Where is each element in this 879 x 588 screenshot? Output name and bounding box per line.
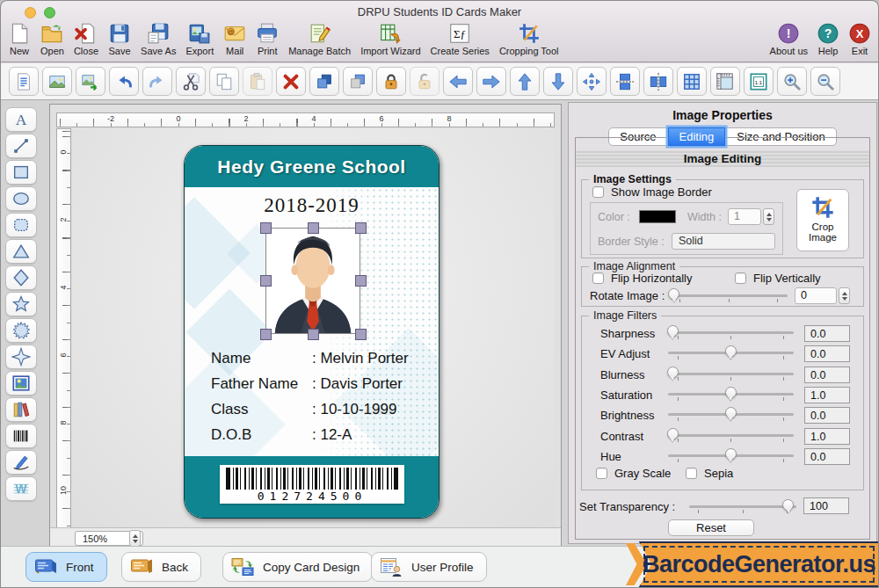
border-width-field[interactable]: 1: [728, 208, 761, 225]
tool-line-button[interactable]: [5, 134, 37, 158]
toolbar-help-button[interactable]: ?Help: [817, 22, 839, 56]
tool-text-button[interactable]: A: [5, 107, 37, 132]
show-image-border-checkbox[interactable]: [592, 186, 604, 198]
id-card-preview[interactable]: Hedy Greene School iStock iStock 2018-20…: [184, 145, 440, 519]
barcode[interactable]: 012724500: [220, 465, 404, 504]
design-canvas[interactable]: -202468 0246810 Hedy Greene School iStoc…: [49, 104, 562, 548]
crop-image-button[interactable]: Crop Image: [796, 189, 849, 251]
copy-button[interactable]: [209, 67, 239, 96]
selection-handle[interactable]: [260, 275, 272, 287]
contrast-slider-thumb[interactable]: [667, 428, 679, 439]
send-to-back-button[interactable]: [343, 67, 373, 96]
toolbar-open-button[interactable]: Open: [40, 22, 64, 56]
move-down-button[interactable]: [543, 67, 573, 96]
move-right-button[interactable]: [476, 67, 506, 96]
actual-size-button[interactable]: 1:1: [744, 67, 774, 96]
toolbar-import-wizard-button[interactable]: Import Wizard: [360, 22, 420, 56]
user-profile-button[interactable]: User Profile: [371, 552, 487, 582]
hue-slider[interactable]: [668, 449, 794, 463]
sharpness-slider-thumb[interactable]: [667, 325, 679, 337]
tool-starburst-button[interactable]: [5, 318, 37, 343]
zoom-stepper[interactable]: [129, 530, 141, 547]
toolbar-print-button[interactable]: Print: [256, 22, 279, 56]
tool-barcode-button[interactable]: [5, 424, 37, 448]
lock-button[interactable]: [376, 67, 406, 96]
toolbar-cropping-tool-button[interactable]: Cropping Tool: [499, 22, 559, 56]
align-vertical-center-button[interactable]: [610, 67, 640, 96]
text-document-button[interactable]: [9, 67, 39, 96]
selection-handle[interactable]: [355, 222, 367, 234]
toolbar-save-button[interactable]: Save: [108, 22, 131, 56]
border-style-dropdown[interactable]: Solid: [672, 233, 775, 250]
selection-handle[interactable]: [308, 222, 319, 234]
rotate-image-slider[interactable]: [670, 289, 788, 303]
unlock-button[interactable]: [410, 67, 440, 96]
center-object-button[interactable]: [577, 67, 607, 96]
saturation-slider[interactable]: [668, 388, 794, 402]
toolbar-manage-batch-button[interactable]: Manage Batch: [288, 22, 351, 56]
export-image-button[interactable]: [76, 67, 105, 96]
selection-handle[interactable]: [260, 222, 272, 234]
reset-button[interactable]: Reset: [668, 519, 754, 536]
flip-horizontally-checkbox[interactable]: [592, 272, 604, 284]
insert-image-button[interactable]: [42, 67, 72, 96]
blurness-slider-thumb[interactable]: [667, 367, 679, 378]
zoom-out-button[interactable]: [810, 67, 840, 96]
saturation-slider-thumb[interactable]: [725, 387, 737, 398]
tool-four-point-star-button[interactable]: [5, 345, 37, 369]
student-photo[interactable]: [265, 228, 360, 334]
gray-scale-checkbox[interactable]: [596, 468, 607, 479]
card-header[interactable]: Hedy Greene School: [185, 146, 439, 187]
card-footer[interactable]: 012724500: [185, 456, 439, 518]
tool-diamond-button[interactable]: [5, 265, 37, 290]
ev-adjust-slider-thumb[interactable]: [725, 345, 737, 357]
toolbar-exit-button[interactable]: XExit: [848, 22, 871, 56]
tool-library-button[interactable]: [5, 397, 37, 422]
tab-editing[interactable]: Editing: [668, 127, 726, 146]
ev-adjust-slider[interactable]: [668, 346, 794, 360]
toolbar-save-as-button[interactable]: Save As: [141, 22, 176, 56]
card-field-row[interactable]: Name: Melvin Porter: [185, 350, 439, 369]
copy-card-design-button[interactable]: Copy Card Design: [222, 552, 373, 582]
sepia-checkbox[interactable]: [686, 468, 697, 479]
brightness-slider[interactable]: [668, 408, 794, 422]
card-year[interactable]: 2018-2019: [185, 194, 439, 217]
flip-vertically-checkbox[interactable]: [735, 272, 746, 284]
tool-picture-button[interactable]: [5, 371, 37, 396]
cut-button[interactable]: [176, 67, 206, 96]
tool-rectangle-button[interactable]: [5, 160, 37, 185]
contrast-slider[interactable]: [668, 429, 794, 443]
card-field-row[interactable]: Class: 10-10-1999: [185, 401, 439, 420]
border-color-swatch[interactable]: [639, 210, 676, 223]
border-width-stepper[interactable]: [763, 208, 774, 225]
tool-watermark-button[interactable]: W: [5, 476, 37, 501]
rotate-value-field[interactable]: 0: [795, 287, 837, 304]
selection-handle[interactable]: [308, 329, 319, 340]
selection-handle[interactable]: [355, 275, 367, 287]
rotate-stepper[interactable]: [839, 287, 850, 304]
toolbar-create-series-button[interactable]: ΣƒCreate Series: [431, 22, 490, 56]
blurness-slider[interactable]: [668, 367, 794, 381]
selection-handle[interactable]: [355, 329, 367, 340]
tool-triangle-button[interactable]: [5, 239, 37, 264]
paste-button[interactable]: [243, 67, 272, 96]
hue-slider-thumb[interactable]: [725, 448, 737, 460]
toolbar-mail-button[interactable]: @Mail: [223, 22, 246, 56]
move-left-button[interactable]: [443, 67, 473, 96]
toolbar-about-us-button[interactable]: !About us: [770, 22, 808, 56]
bring-to-front-button[interactable]: [309, 67, 339, 96]
brightness-slider-thumb[interactable]: [725, 407, 737, 418]
zoom-level-control[interactable]: 150%: [75, 531, 143, 546]
zoom-in-button[interactable]: [777, 67, 807, 96]
tool-star-button[interactable]: [5, 292, 37, 316]
transparency-slider[interactable]: [689, 500, 796, 514]
move-up-button[interactable]: [510, 67, 540, 96]
delete-button[interactable]: [276, 67, 306, 96]
toolbar-export-button[interactable]: Export: [185, 22, 214, 56]
sharpness-slider[interactable]: [668, 326, 794, 340]
toolbar-close-button[interactable]: Close: [74, 22, 98, 56]
tool-rounded-rectangle-button[interactable]: [5, 213, 37, 237]
tool-ellipse-button[interactable]: [5, 186, 37, 211]
grid-button[interactable]: [677, 67, 707, 96]
tool-signature-button[interactable]: [5, 450, 37, 475]
